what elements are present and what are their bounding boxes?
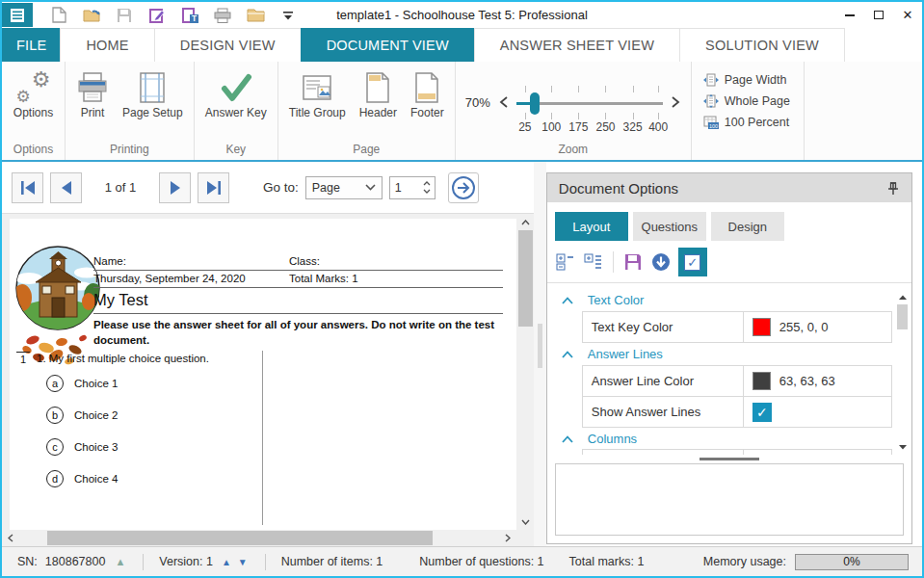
hundred-percent-button[interactable]: 100 100 Percent: [703, 112, 790, 133]
sn-label: SN:: [17, 555, 38, 568]
spinner-arrows[interactable]: [420, 177, 435, 198]
page-setup-button[interactable]: Page Setup: [118, 67, 188, 122]
collapse-chevron-icon[interactable]: [562, 351, 573, 358]
section-text-color[interactable]: Text Color: [555, 289, 892, 311]
ribbon-group-printing: Print Page Setup Printing: [66, 62, 195, 160]
splitter-grip[interactable]: [538, 324, 542, 368]
version-up-icon[interactable]: ▲: [222, 557, 231, 567]
new-from-template-button[interactable]: T: [173, 2, 206, 28]
customize-toolbar-button[interactable]: [272, 2, 304, 28]
goto-type-dropdown[interactable]: Page: [305, 176, 383, 199]
first-page-icon: [19, 180, 37, 196]
version-down-icon[interactable]: ▼: [238, 557, 248, 567]
props-scroll-up[interactable]: [896, 291, 909, 302]
sn-up-arrow-icon[interactable]: ▲: [115, 556, 125, 567]
test-title: My Test: [93, 288, 503, 314]
page-number-spinner[interactable]: [389, 176, 436, 199]
answer-line-color-swatch[interactable]: [752, 372, 771, 390]
tab-home[interactable]: HOME: [60, 28, 154, 62]
choice-a: a Choice 1: [46, 375, 118, 392]
open-button[interactable]: [75, 2, 108, 28]
collapse-chevron-icon[interactable]: [562, 435, 573, 443]
vertical-scrollbar[interactable]: [517, 214, 534, 530]
scroll-up-arrow[interactable]: [517, 214, 534, 230]
collapse-all-icon: [556, 253, 574, 271]
scroll-left-arrow[interactable]: [2, 530, 18, 546]
new-document-button[interactable]: [42, 2, 75, 28]
zoom-in-chevron[interactable]: [671, 95, 681, 109]
show-answer-lines-checkbox[interactable]: ✓: [752, 403, 772, 422]
close-button[interactable]: ✕: [893, 2, 922, 28]
horizontal-scroll-thumb[interactable]: [47, 531, 433, 545]
group-label-zoom: Zoom: [465, 143, 681, 160]
hundred-percent-icon: 100: [703, 116, 719, 129]
options-button[interactable]: ⚙⚙ Options: [9, 67, 58, 122]
maximize-button[interactable]: [864, 2, 893, 28]
section-columns[interactable]: Columns: [555, 428, 892, 450]
horizontal-scrollbar[interactable]: [2, 530, 534, 546]
text-key-color-row[interactable]: Text Key Color 255, 0, 0: [582, 311, 892, 343]
checkbox-mode-button[interactable]: ✓: [678, 248, 707, 276]
text-key-color-swatch[interactable]: [752, 318, 771, 336]
load-defaults-button[interactable]: [650, 251, 672, 273]
zoom-slider-thumb[interactable]: [530, 92, 540, 115]
save-defaults-button[interactable]: [622, 251, 644, 273]
pin-icon[interactable]: [886, 181, 900, 196]
zoom-slider[interactable]: 25 100 175 250 325 400: [516, 74, 663, 134]
tab-document-view[interactable]: DOCUMENT VIEW: [301, 28, 475, 62]
tab-design-view[interactable]: DESIGN VIEW: [154, 28, 302, 62]
edit-test-button[interactable]: [141, 2, 173, 28]
scroll-down-arrow[interactable]: [517, 513, 534, 530]
whole-page-button[interactable]: Whole Page: [703, 91, 790, 112]
show-answer-lines-row[interactable]: Show Answer Lines ✓: [582, 396, 892, 428]
tab-bar-filler: [845, 28, 922, 62]
questions-count: Number of questions: 1: [419, 555, 543, 568]
panel-tab-layout[interactable]: Layout: [555, 212, 628, 241]
footer-button[interactable]: Footer: [406, 67, 449, 122]
header-button[interactable]: Header: [355, 67, 402, 122]
scroll-right-arrow[interactable]: [500, 530, 516, 546]
spin-up-icon[interactable]: [423, 181, 431, 186]
app-window: T template1 - Schoolhouse Test 5: Profes…: [0, 0, 924, 578]
panel-splitter[interactable]: [534, 162, 546, 546]
props-scroll-down[interactable]: [896, 441, 909, 453]
tab-file[interactable]: FILE: [2, 28, 61, 62]
print-button[interactable]: [206, 2, 239, 28]
save-button[interactable]: [108, 2, 141, 28]
app-menu-button[interactable]: [2, 3, 33, 27]
print-ribbon-button[interactable]: Print: [71, 67, 114, 122]
page-number-input[interactable]: [390, 177, 420, 198]
folder-button[interactable]: [239, 2, 272, 28]
panel-tab-questions[interactable]: Questions: [633, 212, 706, 241]
collapse-chevron-icon[interactable]: [562, 297, 573, 304]
expand-all-button[interactable]: [583, 251, 604, 273]
vertical-scroll-thumb[interactable]: [518, 230, 533, 327]
spin-down-icon[interactable]: [423, 189, 431, 194]
question-text: 1. My first multiple choice question.: [37, 353, 209, 364]
last-page-button[interactable]: [198, 172, 229, 203]
first-page-button[interactable]: [12, 172, 43, 203]
props-scroll-thumb[interactable]: [897, 304, 908, 329]
column-divider: [262, 351, 263, 525]
panel-tab-design[interactable]: Design: [711, 212, 784, 241]
description-splitter[interactable]: [547, 455, 911, 463]
tab-solution-view[interactable]: SOLUTION VIEW: [679, 28, 845, 62]
go-button[interactable]: [448, 172, 479, 203]
title-group-button[interactable]: Title Group: [284, 67, 351, 122]
group-label-key: Key: [200, 142, 272, 160]
answer-line-color-row[interactable]: Answer Line Color 63, 63, 63: [582, 365, 892, 397]
section-answer-lines[interactable]: Answer Lines: [555, 343, 892, 365]
minimize-icon: [845, 14, 855, 16]
page-width-button[interactable]: Page Width: [703, 69, 790, 91]
next-page-button[interactable]: [159, 172, 191, 203]
answer-key-button[interactable]: Answer Key: [200, 67, 272, 122]
properties-scrollbar[interactable]: [896, 291, 909, 453]
previous-page-button[interactable]: [50, 172, 82, 203]
tab-answer-sheet-view[interactable]: ANSWER SHEET VIEW: [474, 28, 680, 62]
minimize-button[interactable]: [835, 2, 864, 28]
collapse-all-button[interactable]: [555, 251, 576, 273]
description-splitter-grip[interactable]: [700, 458, 759, 460]
go-arrow-icon: [451, 175, 476, 200]
svg-text:100: 100: [709, 123, 718, 129]
zoom-out-chevron[interactable]: [498, 95, 509, 109]
